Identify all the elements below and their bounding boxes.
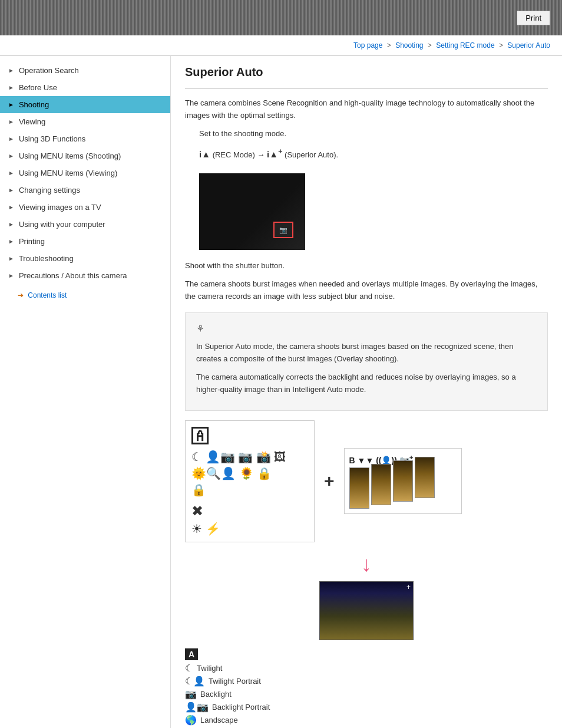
arrow-down-container: ↓ <box>185 552 548 577</box>
sidebar-item-viewing-tv[interactable]: ► Viewing images on a TV <box>0 199 170 216</box>
scene-icons-row2: 🌞🔍👤 🌻 🔒 <box>191 465 308 482</box>
backlight-portrait-icon: 👤📷 <box>185 701 209 713</box>
arrow-icon: ► <box>8 101 14 108</box>
twilight-icon: ☾ <box>185 663 193 674</box>
sidebar-item-troubleshooting[interactable]: ► Troubleshooting <box>0 250 170 267</box>
legend-backlight-portrait: 👤📷 Backlight Portrait <box>185 701 548 713</box>
intro-text: The camera combines Scene Recognition an… <box>185 97 548 122</box>
breadcrumb-shooting[interactable]: Shooting <box>395 41 423 50</box>
sidebar-item-shooting[interactable]: ► Shooting <box>0 96 170 113</box>
sidebar-item-printing[interactable]: ► Printing <box>0 233 170 250</box>
contents-list-label: Contents list <box>28 291 67 299</box>
scene-box-b: B ▼▼ ((👤)) 📷+ <box>344 448 462 514</box>
arrow-icon: ► <box>8 118 14 125</box>
superior-auto-icon: i▲+ <box>267 149 282 159</box>
sidebar: ► Operation Search ► Before Use ► Shooti… <box>0 56 171 728</box>
set-mode-label: Set to the shooting mode. <box>199 128 548 140</box>
tip-text1: In Superior Auto mode, the camera shoots… <box>196 341 537 365</box>
burst-strip-3 <box>393 460 413 502</box>
legend-twilight: ☾ Twilight <box>185 663 548 674</box>
legend-section: A ☾ Twilight ☾👤 Twilight Portrait 📷 Back… <box>185 650 548 726</box>
result-container: + <box>185 581 548 640</box>
sidebar-label: Changing settings <box>19 186 80 195</box>
sidebar-label: Troubleshooting <box>19 254 74 263</box>
cross-symbol: ✖ <box>191 503 308 519</box>
backlight-portrait-label: Backlight Portrait <box>212 703 270 711</box>
legend-twilight-portrait: ☾👤 Twilight Portrait <box>185 676 548 687</box>
sidebar-label: Viewing <box>19 117 45 126</box>
sidebar-item-using-3d[interactable]: ► Using 3D Functions <box>0 130 170 147</box>
rec-mode-icon-i: i▲ <box>199 149 210 159</box>
twilight-label: Twilight <box>197 664 222 673</box>
sidebar-label: Precautions / About this camera <box>19 271 127 280</box>
twilight-portrait-icon: ☾👤 <box>185 676 205 687</box>
arrow-icon: ► <box>8 187 14 193</box>
arrow-icon: ► <box>8 221 14 228</box>
legend-backlight: 📷 Backlight <box>185 689 548 700</box>
breadcrumb-top[interactable]: Top page <box>353 41 382 50</box>
page-title-section: Superior Auto <box>185 65 548 89</box>
tip-text2: The camera automatically corrects the ba… <box>196 371 537 396</box>
arrow-icon: ► <box>8 153 14 159</box>
landscape-label: Landscape <box>200 716 238 724</box>
arrow-icon: ► <box>8 84 14 91</box>
sidebar-label: Operation Search <box>19 66 79 75</box>
burst-strips <box>349 467 457 509</box>
page-title: Superior Auto <box>185 65 548 79</box>
rec-mode-display: 📷 <box>273 222 293 238</box>
sidebar-item-using-computer[interactable]: ► Using with your computer <box>0 216 170 233</box>
arrow-icon: ► <box>8 238 14 245</box>
scene-icons-row3: 🔒 <box>191 482 308 498</box>
backlight-icon: 📷 <box>185 689 197 700</box>
arrow-icon: ► <box>8 136 14 142</box>
contents-list-link[interactable]: ➔ Contents list <box>18 291 162 299</box>
sidebar-label: Printing <box>19 237 45 246</box>
legend-landscape: 🌎 Landscape <box>185 714 548 726</box>
print-button[interactable]: Print <box>517 11 550 25</box>
sidebar-label: Shooting <box>19 100 49 109</box>
sidebar-item-menu-viewing[interactable]: ► Using MENU items (Viewing) <box>0 164 170 182</box>
rec-mode-instruction: i▲ (REC Mode) → i▲+ (Superior Auto). <box>199 146 548 162</box>
sidebar-label: Using MENU items (Shooting) <box>19 151 121 160</box>
backlight-label: Backlight <box>200 690 232 699</box>
sidebar-label: Before Use <box>19 83 57 92</box>
sidebar-item-precautions[interactable]: ► Precautions / About this camera <box>0 267 170 284</box>
set-mode-block: Set to the shooting mode. i▲ (REC Mode) … <box>199 128 548 162</box>
excluded-icons: ☀ ⚡ <box>191 522 308 536</box>
legend-box-a: A <box>185 650 548 659</box>
breadcrumb-setting-rec[interactable]: Setting REC mode <box>436 41 494 50</box>
box-a-label: 🄰 <box>191 427 308 446</box>
sidebar-label: Using with your computer <box>19 220 105 229</box>
legend-a-badge: A <box>185 648 198 660</box>
header-bar: Print <box>0 0 562 35</box>
result-image: + <box>319 581 414 640</box>
sidebar-item-changing-settings[interactable]: ► Changing settings <box>0 182 170 199</box>
sidebar-label: Using 3D Functions <box>19 134 85 143</box>
scene-box-a: 🄰 ☾ 👤‍📷 📷 📸 🖼 🌞🔍👤 🌻 🔒 🔒 ✖ ☀ ⚡ <box>185 420 315 542</box>
breadcrumb: Top page > Shooting > Setting REC mode >… <box>0 35 562 56</box>
twilight-portrait-label: Twilight Portrait <box>209 677 261 686</box>
sidebar-item-viewing[interactable]: ► Viewing <box>0 113 170 130</box>
burst-description: The camera shoots burst images when need… <box>185 278 548 303</box>
tip-box: ⚘ In Superior Auto mode, the camera shoo… <box>185 312 548 411</box>
sidebar-item-before-use[interactable]: ► Before Use <box>0 79 170 96</box>
burst-strip-4 <box>415 457 435 498</box>
sidebar-item-menu-shooting[interactable]: ► Using MENU items (Shooting) <box>0 147 170 164</box>
main-content: Superior Auto The camera combines Scene … <box>171 56 562 728</box>
arrow-icon: ► <box>8 255 14 262</box>
arrow-down-icon: ↓ <box>361 552 372 577</box>
breadcrumb-superior-auto[interactable]: Superior Auto <box>507 41 550 50</box>
scene-icons-row1: ☾ 👤‍📷 📷 📸 🖼 <box>191 449 308 465</box>
sidebar-label: Using MENU items (Viewing) <box>19 169 117 177</box>
camera-image: 📷 <box>199 173 305 250</box>
arrow-icon: ► <box>8 170 14 176</box>
result-plus-icon: + <box>406 583 411 591</box>
shoot-instruction: Shoot with the shutter button. <box>185 260 548 272</box>
burst-strip-1 <box>349 467 369 509</box>
contents-arrow-icon: ➔ <box>18 291 24 299</box>
main-layout: ► Operation Search ► Before Use ► Shooti… <box>0 56 562 728</box>
plus-sign: + <box>324 471 335 491</box>
sidebar-item-operation-search[interactable]: ► Operation Search <box>0 62 170 79</box>
scene-diagram: 🄰 ☾ 👤‍📷 📷 📸 🖼 🌞🔍👤 🌻 🔒 🔒 ✖ ☀ ⚡ + B ▼▼ ((👤… <box>185 420 548 542</box>
tip-icon: ⚘ <box>196 321 537 337</box>
